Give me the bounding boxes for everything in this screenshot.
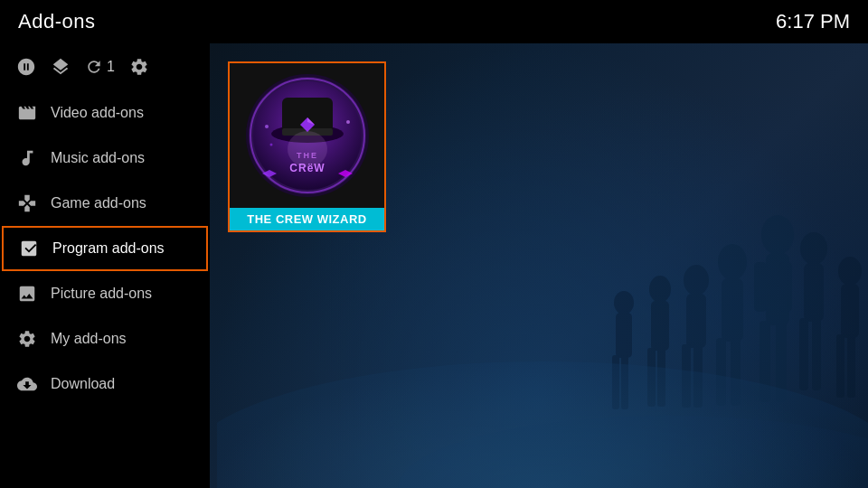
sidebar-item-picture-addons[interactable]: Picture add-ons (0, 271, 210, 316)
program-icon (18, 238, 40, 259)
sidebar-item-download[interactable]: Download (0, 361, 210, 407)
content-area: THE CRёW THE CREW WIZARD (210, 43, 868, 488)
download-icon (16, 373, 38, 395)
addon-manager-icon[interactable] (16, 57, 36, 77)
svg-point-46 (265, 125, 269, 128)
svg-point-48 (269, 144, 272, 146)
my-addons-label: My add-ons (51, 331, 127, 347)
sidebar-item-my-addons[interactable]: My add-ons (0, 316, 210, 361)
svg-text:CRёW: CRёW (289, 162, 325, 174)
program-addons-label: Program add-ons (52, 240, 165, 257)
sidebar-item-program-addons[interactable]: Program add-ons (2, 226, 208, 271)
video-addons-label: Video add-ons (51, 105, 144, 121)
settings-icon[interactable] (129, 57, 149, 77)
sidebar-item-music-addons[interactable]: Music add-ons (0, 136, 210, 181)
addon-card-crew-wizard[interactable]: THE CRёW THE CREW WIZARD (228, 61, 386, 232)
main-layout: 1 Video add-ons Music add-ons (0, 43, 868, 488)
sidebar-item-video-addons[interactable]: Video add-ons (0, 90, 210, 136)
sidebar-item-game-addons[interactable]: Game add-ons (0, 181, 210, 226)
refresh-count: 1 (107, 59, 115, 75)
game-addons-label: Game add-ons (51, 195, 146, 211)
music-addons-label: Music add-ons (51, 150, 145, 166)
video-icon (16, 102, 38, 124)
header: Add-ons 6:17 PM (0, 0, 868, 43)
game-icon (16, 192, 38, 214)
my-addons-icon (16, 328, 38, 350)
refresh-with-badge[interactable]: 1 (85, 58, 115, 76)
sidebar-toolbar: 1 (0, 43, 210, 90)
crew-logo-svg: THE CRёW (244, 72, 371, 199)
page-title: Add-ons (18, 10, 95, 33)
picture-icon (16, 283, 38, 305)
clock: 6:17 PM (776, 10, 850, 33)
picture-addons-label: Picture add-ons (51, 286, 152, 302)
addon-thumbnail: THE CRёW (230, 63, 384, 208)
addon-grid: THE CRёW THE CREW WIZARD (210, 43, 868, 488)
sidebar: 1 Video add-ons Music add-ons (0, 43, 210, 488)
download-label: Download (51, 376, 115, 392)
layers-icon[interactable] (51, 57, 71, 77)
sidebar-nav: Video add-ons Music add-ons Game add-ons… (0, 90, 210, 488)
svg-text:THE: THE (297, 151, 318, 160)
svg-point-47 (346, 120, 350, 124)
music-icon (16, 147, 38, 169)
addon-label-crew-wizard: THE CREW WIZARD (230, 208, 384, 230)
